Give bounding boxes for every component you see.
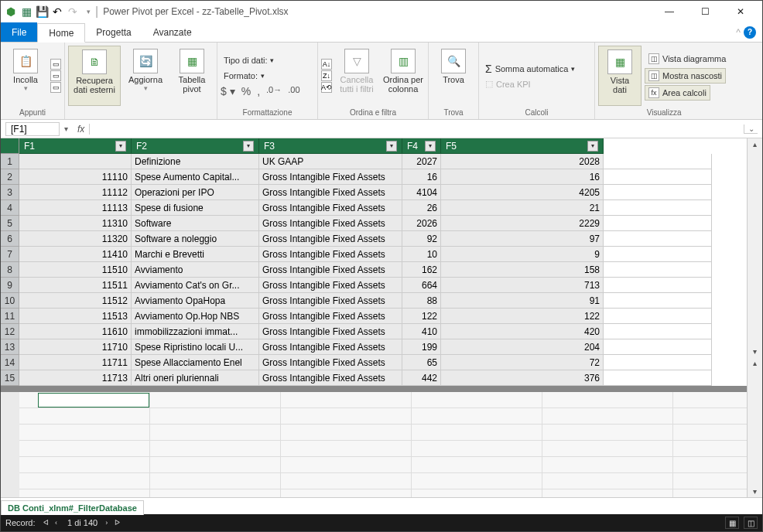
row-head[interactable]: 11 <box>1 309 19 324</box>
clear-sort-icon[interactable]: A⟲ <box>321 82 332 93</box>
cell-f4[interactable]: 664 <box>402 278 441 293</box>
cell-f4[interactable]: 410 <box>402 324 441 339</box>
cell-add[interactable] <box>604 247 712 262</box>
cell-f3[interactable]: Gross Intangible Fixed Assets <box>259 293 402 309</box>
format-dropdown[interactable]: Formato: ▾ <box>221 70 314 82</box>
table-row[interactable]: 911511Avviamento Cat's on Gr...Gross Int… <box>1 278 747 293</box>
cell-f2[interactable]: Avviamento <box>132 262 259 278</box>
cell-f1[interactable]: 11610 <box>19 324 132 339</box>
clipboard-sm-icon-3[interactable]: ▭ <box>50 82 61 93</box>
qat-dropdown-icon[interactable]: ▾ <box>81 5 95 19</box>
row-head[interactable]: 8 <box>1 262 19 278</box>
calc-area-button[interactable]: fxArea calcoli <box>645 85 710 101</box>
table-row[interactable]: 1DefinizioneUK GAAP20272028 <box>1 154 747 169</box>
cell-f5[interactable]: 713 <box>441 278 604 293</box>
row-head[interactable]: 9 <box>1 278 19 293</box>
cell-add[interactable] <box>604 278 712 293</box>
table-row[interactable]: 411113Spese di fusioneGross Intangible F… <box>1 200 747 216</box>
cell-add[interactable] <box>604 309 712 324</box>
datatype-dropdown[interactable]: Tipo di dati: ▾ <box>221 54 314 66</box>
formula-expand-icon[interactable]: ⌄ <box>744 124 758 134</box>
cell-f3[interactable]: Gross Intangible Fixed Assets <box>259 370 402 386</box>
autosum-button[interactable]: Σ Somma automatica ▾ <box>482 61 578 77</box>
record-nav-first-icon[interactable]: ᐊ ‹ <box>43 519 60 527</box>
cell-f1[interactable]: 11310 <box>19 216 132 231</box>
cell-f3[interactable]: Gross Intangible Fixed Assets <box>259 185 402 200</box>
cell-f2[interactable]: Definizione <box>132 154 259 169</box>
kpi-button[interactable]: ⬚ Crea KPI <box>482 77 578 90</box>
row-head[interactable]: 5 <box>1 216 19 231</box>
table-row[interactable]: 511310SoftwareGross Intangible Fixed Ass… <box>1 216 747 231</box>
cell-f2[interactable]: Spese Ripristino locali U... <box>132 339 259 355</box>
cell-f2[interactable]: Software a noleggio <box>132 231 259 247</box>
maximize-button[interactable]: ☐ <box>694 3 716 20</box>
sheet-tab[interactable]: DB Conti_xlnm#_FilterDatabase <box>1 500 144 515</box>
increase-decimal-icon[interactable]: .0→ <box>266 85 282 97</box>
table-row[interactable]: 811510AvviamentoGross Intangible Fixed A… <box>1 262 747 278</box>
record-nav-last-icon[interactable]: › ᐅ <box>105 519 122 527</box>
filter-icon[interactable]: ▾ <box>587 141 598 152</box>
cell-f5[interactable]: 2028 <box>441 154 604 169</box>
cell-f5[interactable]: 97 <box>441 231 604 247</box>
cell-f4[interactable]: 88 <box>402 293 441 309</box>
cell-f1[interactable] <box>19 154 132 169</box>
comma-icon[interactable]: , <box>257 85 260 97</box>
cell-add[interactable] <box>604 293 712 309</box>
tab-home[interactable]: Home <box>37 23 85 43</box>
cell-f3[interactable]: Gross Intangible Fixed Assets <box>259 216 402 231</box>
close-button[interactable]: ✕ <box>730 3 751 20</box>
scroll-up-icon-2[interactable]: ▴ <box>753 357 757 369</box>
row-head[interactable]: 7 <box>1 247 19 262</box>
scroll-down-icon-2[interactable]: ▾ <box>753 486 757 497</box>
table-row[interactable]: 1511713Altri oneri pluriennaliGross Inta… <box>1 370 747 386</box>
cell-add[interactable] <box>604 154 712 169</box>
find-button[interactable]: 🔍 Trova <box>432 46 475 106</box>
cell-f3[interactable]: Gross Intangible Fixed Assets <box>259 231 402 247</box>
row-head[interactable]: 10 <box>1 293 19 309</box>
cell-f5[interactable]: 16 <box>441 169 604 185</box>
split-divider[interactable] <box>1 386 747 392</box>
percent-icon[interactable]: % <box>241 85 251 97</box>
cell-f1[interactable]: 11711 <box>19 355 132 370</box>
filter-icon[interactable]: ▾ <box>386 141 397 152</box>
sort-asc-icon[interactable]: A↓ <box>321 59 332 70</box>
cell-f2[interactable]: Altri oneri pluriennali <box>132 370 259 386</box>
table-row[interactable]: 1311710Spese Ripristino locali U...Gross… <box>1 339 747 355</box>
row-head[interactable]: 4 <box>1 200 19 216</box>
cell-add[interactable] <box>604 370 712 386</box>
cell-f3[interactable]: Gross Intangible Fixed Assets <box>259 169 402 185</box>
cell-f3[interactable]: UK GAAP <box>259 154 402 169</box>
save-icon[interactable]: 💾 <box>35 5 49 19</box>
cell-f3[interactable]: Gross Intangible Fixed Assets <box>259 309 402 324</box>
cell-f1[interactable]: 11110 <box>19 169 132 185</box>
table-row[interactable]: 1111513Avviamento Op.Hop NBSGross Intang… <box>1 309 747 324</box>
cell-f5[interactable]: 204 <box>441 339 604 355</box>
cell-f5[interactable]: 21 <box>441 200 604 216</box>
col-head-f5[interactable]: F5▾ <box>441 138 604 154</box>
cell-f2[interactable]: Software <box>132 216 259 231</box>
paste-button[interactable]: 📋 Incolla ▾ <box>4 46 47 106</box>
col-head-f1[interactable]: F1▾ <box>19 138 132 154</box>
row-head[interactable]: 6 <box>1 231 19 247</box>
cell-f4[interactable]: 2026 <box>402 216 441 231</box>
show-hidden-button[interactable]: ◫Mostra nascosti <box>645 68 726 84</box>
cell-f4[interactable]: 162 <box>402 262 441 278</box>
cell-f2[interactable]: immobilizzazioni immat... <box>132 324 259 339</box>
table-row[interactable]: 1211610immobilizzazioni immat...Gross In… <box>1 324 747 339</box>
table-row[interactable]: 211110Spese Aumento Capital...Gross Inta… <box>1 169 747 185</box>
cell-add[interactable] <box>604 231 712 247</box>
cell-f2[interactable]: Spese Aumento Capital... <box>132 169 259 185</box>
pivot-table-button[interactable]: ▦ Tabella pivot <box>170 46 214 106</box>
undo-icon[interactable]: ↶ <box>50 5 64 19</box>
get-external-data-button[interactable]: 🗎 Recupera dati esterni <box>68 46 121 106</box>
filter-icon[interactable]: ▾ <box>243 141 254 152</box>
row-head[interactable]: 14 <box>1 355 19 370</box>
scroll-down-icon[interactable]: ▾ <box>753 346 757 357</box>
cell-add[interactable] <box>604 324 712 339</box>
minimize-button[interactable]: — <box>659 3 680 20</box>
col-head-f4[interactable]: F4▾ <box>402 138 441 154</box>
fx-label[interactable]: fx <box>73 124 90 135</box>
cell-f2[interactable]: Avviamento OpaHopa <box>132 293 259 309</box>
cell-f1[interactable]: 11512 <box>19 293 132 309</box>
cell-f3[interactable]: Gross Intangible Fixed Assets <box>259 355 402 370</box>
